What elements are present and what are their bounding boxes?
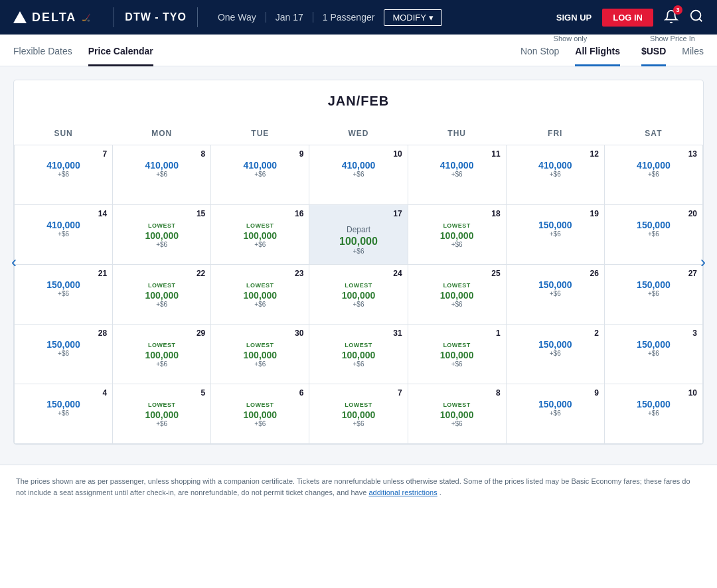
cal-cell-w4-d2[interactable]: 6LOWEST100,000+$6 [211,384,309,444]
cell-price: 100,000 [118,409,205,420]
cal-cell-w0-d1[interactable]: 8410,000+$6 [113,145,211,205]
cell-date-number: 9 [216,149,303,159]
notification-icon[interactable]: 3 [664,9,678,26]
cal-cell-w1-d5[interactable]: 19150,000+$6 [506,205,604,265]
cell-depart-fee: +$6 [315,248,402,255]
cell-date-number: 7 [315,388,402,398]
passengers: 1 Passenger [313,12,384,23]
modify-button[interactable]: MODIFY ▾ [384,9,442,26]
cal-cell-w0-d2[interactable]: 9410,000+$6 [211,145,309,205]
cal-cell-w3-d2[interactable]: 30LOWEST100,000+$6 [211,325,309,384]
cell-fee: +$6 [414,301,501,308]
cal-cell-w3-d1[interactable]: 29LOWEST100,000+$6 [113,325,211,384]
cell-date-number: 16 [216,209,303,218]
cell-lowest-label: LOWEST [414,342,501,348]
cal-cell-w3-d3[interactable]: 31LOWEST100,000+$6 [309,325,408,384]
cal-cell-w0-d4[interactable]: 11410,000+$6 [408,145,506,205]
next-month-button[interactable]: › [693,252,713,272]
calendar-grid: SUN MON TUE WED THU FRI SAT 7410,000+$68… [14,122,703,444]
cal-cell-w2-d1[interactable]: 22LOWEST100,000+$6 [113,265,211,325]
signup-button[interactable]: SIGN UP [556,13,592,23]
cell-fee: +$6 [512,350,599,357]
cell-fee: +$6 [118,171,205,178]
filter-all-flights[interactable]: All Flights [575,46,620,66]
cal-cell-w1-d0[interactable]: 14410,000+$6 [15,205,113,265]
cell-price: 100,000 [216,290,303,301]
tab-flexible-dates[interactable]: Flexible Dates [13,35,72,66]
search-icon[interactable] [689,9,704,27]
cal-cell-w0-d6[interactable]: 13410,000+$6 [604,145,702,205]
price-miles[interactable]: Miles [682,46,704,66]
cell-price: 410,000 [512,160,599,171]
cell-price: 410,000 [20,160,107,171]
cal-cell-w1-d1[interactable]: 15LOWEST100,000+$6 [113,205,211,265]
show-price-label: Show Price In [650,35,695,42]
modify-chevron-icon: ▾ [429,13,434,23]
cal-cell-w3-d5[interactable]: 2150,000+$6 [506,325,604,384]
cell-date-number: 13 [610,149,697,159]
cal-cell-w3-d6[interactable]: 3150,000+$6 [604,325,702,384]
cell-date-number: 8 [118,149,205,159]
cell-price: 150,000 [610,220,697,230]
cal-cell-w1-d4[interactable]: 18LOWEST100,000+$6 [408,205,506,265]
cell-price: 100,000 [414,290,501,301]
cell-fee: +$6 [20,350,107,357]
cal-cell-w4-d3[interactable]: 7LOWEST100,000+$6 [309,384,408,444]
prev-month-button[interactable]: ‹ [4,252,24,272]
cell-lowest-label: LOWEST [315,402,402,408]
cal-cell-w2-d5[interactable]: 26150,000+$6 [506,265,604,325]
filter-non-stop[interactable]: Non Stop [520,46,559,66]
cal-cell-w2-d0[interactable]: 21150,000+$6 [15,265,113,325]
price-usd[interactable]: $USD [641,46,666,66]
tab-price-calendar[interactable]: Price Calendar [88,35,153,66]
cal-cell-w4-d5[interactable]: 9150,000+$6 [506,384,604,444]
cell-price: 100,000 [118,290,205,301]
login-button[interactable]: LOG IN [602,9,653,27]
cell-price: 100,000 [216,230,303,241]
cal-cell-w4-d4[interactable]: 8LOWEST100,000+$6 [408,384,506,444]
cal-cell-w2-d4[interactable]: 25LOWEST100,000+$6 [408,265,506,325]
cell-fee: +$6 [216,171,303,178]
cell-lowest-label: LOWEST [118,282,205,289]
cell-fee: +$6 [216,301,303,308]
cal-cell-w1-d3[interactable]: 17Depart100,000+$6 [309,205,408,265]
cell-fee: +$6 [610,290,697,297]
day-sat: SAT [604,122,702,145]
cal-cell-w4-d1[interactable]: 5LOWEST100,000+$6 [113,384,211,444]
cell-date-number: 12 [512,149,599,159]
cell-fee: +$6 [315,420,402,427]
cell-date-number: 22 [118,269,205,278]
cell-price: 150,000 [20,279,107,290]
cell-lowest-label: LOWEST [414,282,501,289]
tabs-right: Show only Non Stop All Flights Show Pric… [520,35,704,66]
cal-cell-w3-d0[interactable]: 28150,000+$6 [15,325,113,384]
cell-price: 100,000 [414,230,501,241]
cal-cell-w0-d0[interactable]: 7410,000+$6 [15,145,113,205]
cell-fee: +$6 [315,301,402,308]
cell-date-number: 1 [414,329,501,338]
cell-date-number: 20 [610,209,697,218]
disclaimer-link[interactable]: additional restrictions [368,488,437,496]
header-divider-2 [197,7,198,27]
cell-fee: +$6 [20,290,107,297]
cell-price: 100,000 [315,350,402,360]
cal-cell-w4-d0[interactable]: 4150,000+$6 [15,384,113,444]
cal-cell-w2-d3[interactable]: 24LOWEST100,000+$6 [309,265,408,325]
cell-date-number: 31 [315,329,402,338]
cal-cell-w0-d5[interactable]: 12410,000+$6 [506,145,604,205]
cell-fee: +$6 [20,171,107,178]
cell-date-number: 24 [315,269,402,278]
cal-cell-w0-d3[interactable]: 10410,000+$6 [309,145,408,205]
cal-cell-w4-d6[interactable]: 10150,000+$6 [604,384,702,444]
cal-cell-w2-d2[interactable]: 23LOWEST100,000+$6 [211,265,309,325]
cell-fee: +$6 [118,420,205,427]
cal-cell-w1-d2[interactable]: 16LOWEST100,000+$6 [211,205,309,265]
cell-date-number: 26 [512,269,599,278]
cal-cell-w1-d6[interactable]: 20150,000+$6 [604,205,702,265]
cal-cell-w2-d6[interactable]: 27150,000+$6 [604,265,702,325]
cell-date-number: 25 [414,269,501,278]
cal-cell-w3-d4[interactable]: 1LOWEST100,000+$6 [408,325,506,384]
calendar-week-2: 21150,000+$622LOWEST100,000+$623LOWEST10… [15,265,703,325]
day-sun: SUN [15,122,113,145]
cell-price: 410,000 [118,160,205,171]
